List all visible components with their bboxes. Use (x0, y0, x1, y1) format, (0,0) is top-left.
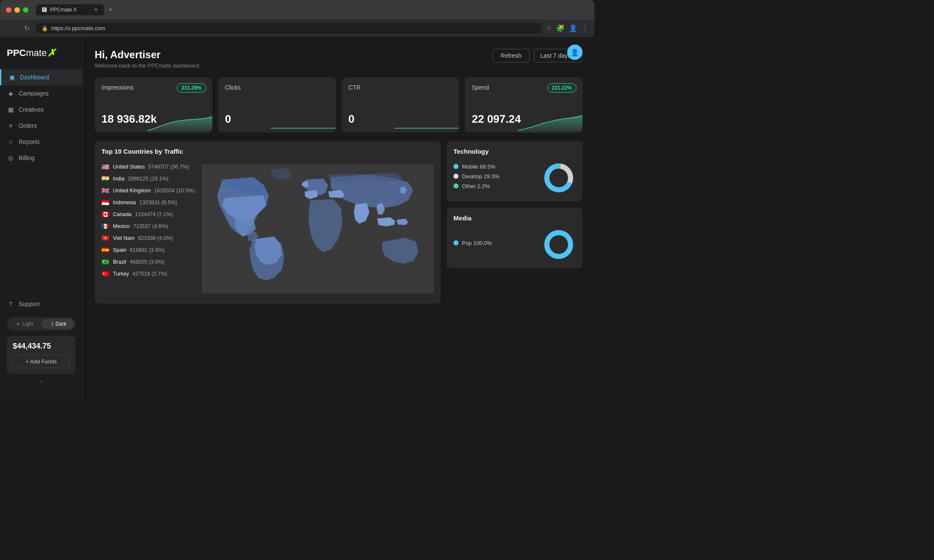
page-header: Hi, Advertiser Welcome back to the PPCma… (95, 49, 582, 69)
sidebar: PPC mate ✗ ▣ Dashboard ◈ Campaigns ▦ Cre… (0, 37, 83, 402)
flag-vn: 🇻🇳 (101, 234, 110, 242)
balance-card: $44,434.75 + Add Funds (7, 336, 76, 374)
other-label: Other 2.2% (462, 183, 490, 189)
minimize-button[interactable] (14, 7, 20, 13)
support-label: Support (19, 301, 39, 307)
refresh-button[interactable]: Refresh (492, 49, 529, 62)
browser-navbar: ‹ › ↻ 🔒 https://x.ppcmate.com ☆ 🧩 👤 ⋮ (0, 20, 594, 37)
sidebar-item-reports[interactable]: ○ Reports (0, 134, 82, 150)
flag-es: 🇪🇸 (101, 246, 110, 254)
nav-items: ▣ Dashboard ◈ Campaigns ▦ Creatives ≡ Or… (0, 69, 82, 289)
sidebar-item-label: Dashboard (20, 74, 49, 81)
sidebar-item-orders[interactable]: ≡ Orders (0, 118, 82, 134)
country-item: 🇧🇷 Brazil 468205 (3.0%) (101, 256, 195, 268)
sidebar-item-campaigns[interactable]: ◈ Campaigns (0, 85, 82, 101)
light-theme-button[interactable]: ☀ Light (8, 319, 41, 329)
browser-tabs: 🅿 PPCmate X ✕ + (36, 4, 115, 15)
sidebar-item-label: Billing (19, 155, 34, 161)
tab-close-icon[interactable]: ✕ (94, 7, 98, 13)
logo-mate: mate (26, 48, 47, 59)
main-content: 👤 Hi, Advertiser Welcome back to the PPC… (83, 37, 594, 402)
legend-desktop: Desktop 29.3% (453, 173, 535, 180)
url-text: https://x.ppcmate.com (51, 25, 105, 31)
media-legend: Pop 100.0% (453, 240, 535, 250)
support-link[interactable]: ? Support (7, 296, 76, 312)
country-item: 🇻🇳 Viet Nam 621938 (4.0%) (101, 232, 195, 244)
clicks-value: 0 (225, 113, 231, 126)
page-title-area: Hi, Advertiser Welcome back to the PPCma… (95, 49, 200, 69)
sidebar-collapse-button[interactable]: ‹ (7, 374, 76, 388)
flag-mx: 🇲🇽 (101, 222, 110, 230)
page-title: Hi, Advertiser (95, 49, 200, 61)
theme-toggle: ☀ Light ☽ Dark (7, 317, 76, 331)
technology-donut-chart (542, 161, 576, 195)
ctr-chart (394, 107, 459, 132)
flag-in: 🇮🇳 (101, 175, 110, 183)
pop-label: Pop 100.0% (462, 240, 492, 246)
world-map-svg (202, 161, 434, 297)
clicks-chart (271, 107, 335, 132)
close-button[interactable] (6, 7, 11, 13)
browser-actions: ☆ 🧩 👤 ⋮ (546, 24, 588, 32)
legend-pop: Pop 100.0% (453, 240, 535, 246)
right-column: Technology Mobile 68.5% Desktop 29.3% (447, 141, 582, 304)
billing-icon: ◎ (7, 155, 14, 161)
legend-mobile: Mobile 68.5% (453, 163, 535, 170)
technology-legend: Mobile 68.5% Desktop 29.3% Other 2.2% (453, 163, 535, 193)
sidebar-item-label: Orders (19, 122, 37, 129)
svg-point-6 (547, 233, 571, 256)
stat-card-clicks: Clicks 0 (218, 77, 336, 132)
page-subtitle: Welcome back to the PPCmate dashboard. (95, 62, 200, 69)
tab-label: PPCmate X (50, 7, 77, 13)
sidebar-item-label: Reports (19, 138, 39, 145)
dashboard-icon: ▣ (8, 74, 16, 81)
spend-value: 22 097.24 (472, 113, 521, 126)
flag-us: 🇺🇸 (101, 163, 110, 171)
flag-br: 🇧🇷 (101, 258, 110, 266)
address-bar[interactable]: 🔒 https://x.ppcmate.com (36, 23, 542, 34)
country-list: 🇺🇸 United States 5746707 (36.7%) 🇮🇳 Indi… (101, 161, 195, 297)
map-content: 🇺🇸 United States 5746707 (36.7%) 🇮🇳 Indi… (101, 161, 434, 297)
impressions-badge: 231.29% (177, 83, 206, 93)
extensions-icon[interactable]: 🧩 (556, 24, 565, 32)
lock-icon: 🔒 (42, 25, 48, 31)
sidebar-item-dashboard[interactable]: ▣ Dashboard (0, 69, 82, 85)
flag-ca: 🇨🇦 (101, 211, 110, 218)
new-tab-button[interactable]: + (106, 6, 115, 14)
reload-button[interactable]: ↻ (23, 23, 31, 33)
logo-x-icon: ✗ (47, 47, 56, 59)
country-item: 🇨🇦 Canada 1104474 (7.1%) (101, 208, 195, 220)
flag-tr: 🇹🇷 (101, 270, 110, 278)
spend-badge: 221.22% (547, 83, 577, 93)
stat-card-impressions: Impressions 231.29% 18 936.82k (95, 77, 212, 132)
add-funds-button[interactable]: + Add Funds (13, 355, 70, 368)
flag-id: 🇮🇩 (101, 199, 110, 206)
support-icon: ? (7, 301, 14, 307)
map-card-title: Top 10 Countries by Traffic (101, 148, 434, 155)
country-item: 🇮🇳 India 2988125 (19.1%) (101, 173, 195, 185)
dark-theme-button[interactable]: ☽ Dark (42, 319, 74, 329)
bookmark-icon[interactable]: ☆ (546, 24, 552, 32)
desktop-dot (453, 174, 459, 179)
account-icon[interactable]: 👤 (569, 24, 577, 32)
map-card: Top 10 Countries by Traffic 🇺🇸 United St… (95, 141, 441, 304)
impressions-chart (148, 107, 212, 132)
ctr-value: 0 (349, 113, 354, 126)
back-button[interactable]: ‹ (6, 23, 11, 33)
sidebar-item-billing[interactable]: ◎ Billing (0, 150, 82, 166)
sidebar-bottom: ? Support ☀ Light ☽ Dark $44,434.75 + Ad (0, 289, 82, 395)
stats-grid: Impressions 231.29% 18 936.82k (95, 77, 582, 132)
forward-button[interactable]: › (14, 23, 20, 33)
world-map (202, 161, 434, 297)
sidebar-item-creatives[interactable]: ▦ Creatives (0, 101, 82, 118)
maximize-button[interactable] (23, 7, 28, 13)
balance-amount: $44,434.75 (13, 342, 70, 351)
menu-icon[interactable]: ⋮ (582, 24, 588, 32)
clicks-label: Clicks (225, 84, 329, 91)
user-avatar[interactable]: 👤 (567, 45, 582, 60)
flag-gb: 🇬🇧 (101, 187, 110, 194)
mobile-label: Mobile 68.5% (462, 163, 495, 170)
active-tab[interactable]: 🅿 PPCmate X ✕ (36, 4, 104, 15)
collapse-icon: ‹ (40, 377, 42, 385)
sun-icon: ☀ (16, 321, 20, 327)
